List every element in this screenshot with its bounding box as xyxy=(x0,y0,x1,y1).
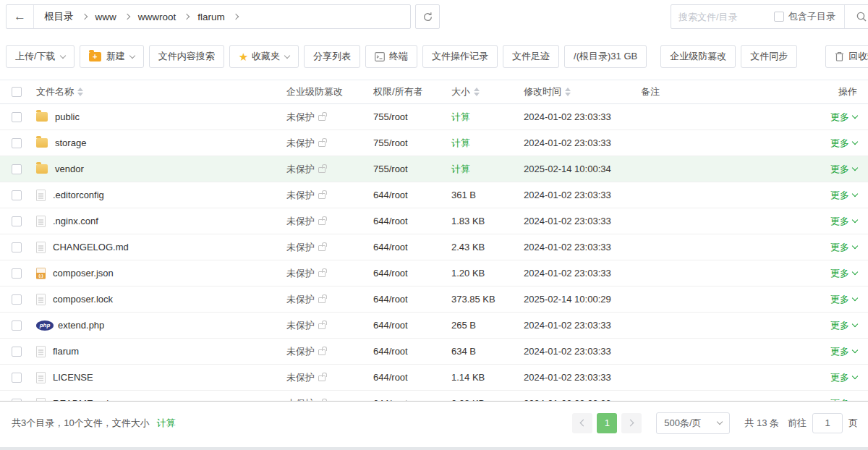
file-name-link[interactable]: vendor xyxy=(55,164,84,174)
page-size-select[interactable]: 500条/页 xyxy=(656,412,730,434)
row-checkbox[interactable] xyxy=(12,112,22,122)
sort-icon[interactable] xyxy=(565,88,571,96)
terminal-button[interactable]: 终端 xyxy=(365,45,417,68)
back-button[interactable]: ← xyxy=(7,5,34,28)
favorites-button[interactable]: ★ 收藏夹 xyxy=(229,45,299,68)
next-page-button[interactable] xyxy=(621,413,642,433)
size-calc-link[interactable]: 计算 xyxy=(451,111,470,124)
modified-time: 2024-01-02 23:03:33 xyxy=(524,137,611,148)
tamper-proof-button[interactable]: 企业级防篡改 xyxy=(660,45,736,68)
file-sync-button[interactable]: 文件同步 xyxy=(741,45,797,68)
table-row: composer.lock 未保护 644/root 373.85 KB 202… xyxy=(0,286,868,313)
file-table: 文件名称 企业级防篡改 权限/所有者 大小 修改时间 备注 操作 public xyxy=(0,80,868,404)
table-header: 文件名称 企业级防篡改 权限/所有者 大小 修改时间 备注 操作 xyxy=(0,80,868,104)
breadcrumb-root[interactable]: 根目录 xyxy=(44,10,74,23)
file-footprint-button[interactable]: 文件足迹 xyxy=(503,45,559,68)
file-name-link[interactable]: public xyxy=(55,111,80,122)
prev-page-button[interactable] xyxy=(572,413,592,433)
file-ops-log-button[interactable]: 文件操作记录 xyxy=(422,45,498,68)
more-button[interactable]: 更多 xyxy=(830,241,857,254)
more-button[interactable]: 更多 xyxy=(830,111,857,124)
modified-time: 2024-01-02 23:03:33 xyxy=(524,320,611,331)
page-size-value: 500条/页 xyxy=(664,417,701,430)
more-button[interactable]: 更多 xyxy=(830,293,857,306)
share-list-button[interactable]: 分享列表 xyxy=(304,45,360,68)
file-size: 361 B xyxy=(451,190,476,200)
search-input[interactable] xyxy=(671,12,771,22)
sort-icon[interactable] xyxy=(474,88,480,96)
row-checkbox[interactable] xyxy=(12,320,22,331)
size-calc-link[interactable]: 计算 xyxy=(451,137,470,150)
more-button[interactable]: 更多 xyxy=(830,163,857,176)
header-mtime[interactable]: 修改时间 xyxy=(524,85,561,98)
goto-page-input[interactable] xyxy=(812,413,843,433)
protect-status: 未保护 xyxy=(286,371,315,384)
unlock-icon xyxy=(318,297,326,303)
protect-status: 未保护 xyxy=(286,163,315,176)
include-subdir-option[interactable]: 包含子目录 xyxy=(771,10,844,23)
calc-size-link[interactable]: 计算 xyxy=(157,417,176,430)
content-search-button[interactable]: 文件内容搜索 xyxy=(149,45,224,68)
file-name-link[interactable]: flarum xyxy=(53,346,79,357)
breadcrumb-www[interactable]: www xyxy=(95,12,116,22)
file-name-link[interactable]: composer.lock xyxy=(53,294,113,305)
file-name-link[interactable]: composer.json xyxy=(53,268,114,279)
disk-usage-button[interactable]: /(根目录)31 GB xyxy=(564,45,647,68)
file-icon xyxy=(36,346,46,357)
permission-owner: 755/root xyxy=(373,111,408,122)
table-row: LICENSE 未保护 644/root 1.14 KB 2024-01-02 … xyxy=(0,365,868,391)
row-checkbox[interactable] xyxy=(12,190,22,200)
unlock-icon xyxy=(318,375,326,381)
more-button[interactable]: 更多 xyxy=(830,319,857,332)
file-name-link[interactable]: .nginx.conf xyxy=(53,216,98,226)
more-button[interactable]: 更多 xyxy=(830,267,857,280)
header-size[interactable]: 大小 xyxy=(451,85,470,98)
chevron-down-icon xyxy=(717,419,723,425)
file-name-link[interactable]: extend.php xyxy=(58,320,104,331)
select-all-checkbox[interactable] xyxy=(12,87,22,97)
protect-status: 未保护 xyxy=(286,137,315,150)
row-checkbox[interactable] xyxy=(12,294,22,305)
row-checkbox[interactable] xyxy=(12,216,22,226)
breadcrumb-flarum[interactable]: flarum xyxy=(197,12,225,22)
header-action: 操作 xyxy=(838,85,857,98)
chevron-down-icon xyxy=(852,113,858,119)
modified-time: 2024-01-02 23:03:33 xyxy=(524,346,611,357)
more-button[interactable]: 更多 xyxy=(830,215,857,228)
new-button[interactable]: 新建 xyxy=(80,45,144,68)
page-number-button[interactable]: 1 xyxy=(597,413,617,433)
unlock-icon xyxy=(318,271,326,277)
refresh-button[interactable] xyxy=(415,4,440,29)
row-checkbox[interactable] xyxy=(12,347,22,357)
search-bar: 包含子目录 xyxy=(671,4,868,29)
more-button[interactable]: 更多 xyxy=(830,137,857,150)
row-checkbox[interactable] xyxy=(12,268,22,279)
modified-time: 2024-01-02 23:03:33 xyxy=(524,216,611,226)
terminal-label: 终端 xyxy=(389,50,408,63)
chevron-down-icon xyxy=(852,295,858,301)
more-button[interactable]: 更多 xyxy=(830,189,857,202)
row-checkbox[interactable] xyxy=(12,242,22,252)
permission-owner: 644/root xyxy=(373,372,408,383)
sort-icon[interactable] xyxy=(77,88,83,96)
modified-time: 2024-01-02 23:03:33 xyxy=(524,190,611,200)
size-calc-link[interactable]: 计算 xyxy=(451,163,470,176)
breadcrumb-wwwroot[interactable]: wwwroot xyxy=(138,12,176,22)
upload-download-button[interactable]: 上传/下载 xyxy=(6,45,75,68)
content-search-label: 文件内容搜索 xyxy=(158,50,215,63)
header-permission: 权限/所有者 xyxy=(373,85,423,98)
include-subdir-checkbox[interactable] xyxy=(774,12,784,22)
file-name-link[interactable]: LICENSE xyxy=(53,372,93,383)
header-file-name[interactable]: 文件名称 xyxy=(36,85,74,98)
chevron-left-icon xyxy=(580,420,587,427)
file-name-link[interactable]: .editorconfig xyxy=(53,190,104,200)
row-checkbox[interactable] xyxy=(12,164,22,174)
file-name-link[interactable]: CHANGELOG.md xyxy=(53,242,129,252)
more-button[interactable]: 更多 xyxy=(830,371,857,384)
row-checkbox[interactable] xyxy=(12,373,22,383)
row-checkbox[interactable] xyxy=(12,138,22,148)
search-button[interactable] xyxy=(844,5,868,28)
more-button[interactable]: 更多 xyxy=(830,345,857,358)
recycle-bin-button[interactable]: 回收站 xyxy=(825,45,868,68)
file-name-link[interactable]: storage xyxy=(55,137,86,148)
